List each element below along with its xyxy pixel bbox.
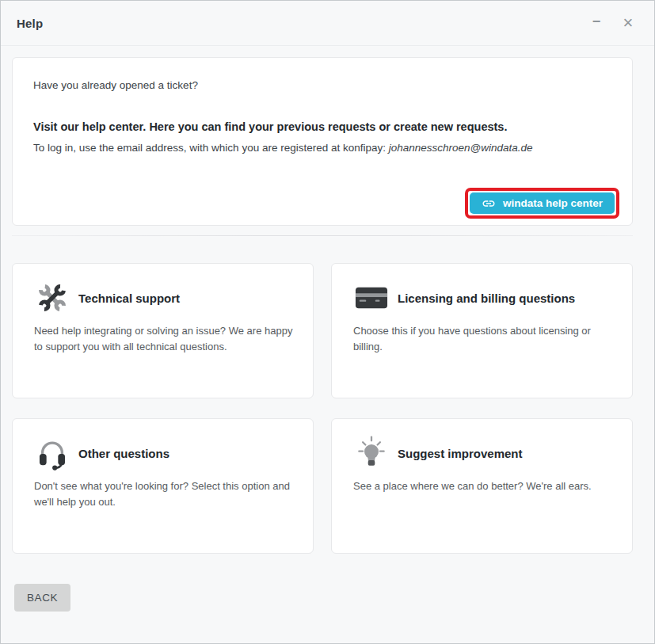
headset-icon <box>34 436 70 471</box>
help-window: Help − × Have you already opened a ticke… <box>0 0 655 644</box>
titlebar: Help − × <box>1 1 654 46</box>
credit-card-icon <box>353 284 390 311</box>
ticket-question: Have you already opened a ticket? <box>33 79 619 91</box>
help-content: Have you already opened a ticket? Visit … <box>1 46 654 643</box>
category-title: Technical support <box>78 292 180 305</box>
login-hint: To log in, use the email address, with w… <box>33 142 619 154</box>
category-description: Don't see what you're looking for? Selec… <box>34 478 295 509</box>
window-controls: − × <box>589 16 635 30</box>
login-email: johannesschroen@windata.de <box>389 142 533 154</box>
category-description: See a place where we can do better? We'r… <box>353 478 615 494</box>
crossed-wrenches-icon <box>34 280 70 315</box>
category-description: Need help integrating or solving an issu… <box>34 323 295 354</box>
windata-help-center-button[interactable]: windata help center <box>470 192 615 214</box>
help-center-button-row: windata help center <box>465 188 619 219</box>
ticket-headline: Visit our help center. Here you can find… <box>33 120 619 133</box>
category-card-suggest-improvement[interactable]: Suggest improvement See a place where we… <box>331 418 633 554</box>
category-header: Other questions <box>34 435 295 471</box>
highlight-box: windata help center <box>465 188 619 219</box>
close-button[interactable]: × <box>621 16 635 30</box>
link-icon <box>482 196 496 211</box>
category-header: Licensing and billing questions <box>353 280 615 316</box>
category-card-other-questions[interactable]: Other questions Don't see what you're lo… <box>12 418 314 554</box>
ticket-panel: Have you already opened a ticket? Visit … <box>12 57 633 226</box>
minimize-button[interactable]: − <box>589 16 604 30</box>
category-header: Technical support <box>34 280 295 316</box>
category-title: Licensing and billing questions <box>398 292 575 305</box>
section-divider <box>12 235 633 236</box>
category-card-licensing-billing[interactable]: Licensing and billing questions Choose t… <box>331 263 633 398</box>
category-card-technical-support[interactable]: Technical support Need help integrating … <box>12 263 314 398</box>
category-title: Suggest improvement <box>398 447 523 460</box>
window-title: Help <box>17 17 43 30</box>
help-center-button-label: windata help center <box>503 197 603 209</box>
close-icon: × <box>623 14 634 32</box>
lightbulb-icon <box>353 435 390 471</box>
category-title: Other questions <box>78 447 169 460</box>
login-hint-text: To log in, use the email address, with w… <box>33 142 389 154</box>
minimize-icon: − <box>592 14 601 29</box>
category-header: Suggest improvement <box>353 435 615 471</box>
category-grid: Technical support Need help integrating … <box>12 263 633 554</box>
back-button[interactable]: BACK <box>14 584 70 612</box>
category-description: Choose this if you have questions about … <box>353 323 615 354</box>
